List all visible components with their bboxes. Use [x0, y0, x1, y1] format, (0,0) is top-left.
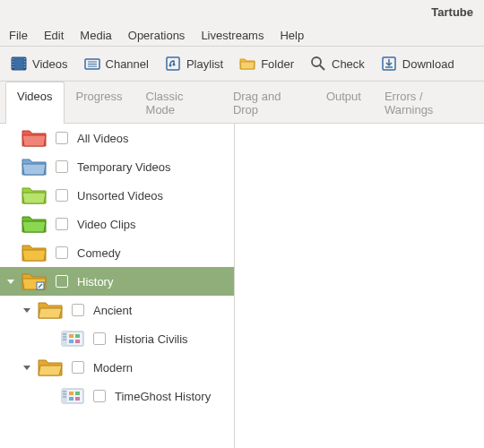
expander-down-icon[interactable]	[5, 276, 16, 287]
checkbox[interactable]	[56, 160, 68, 173]
menu-help[interactable]: Help	[280, 29, 304, 42]
menubar: File Edit Media Operations Livestreams H…	[0, 25, 484, 47]
checkbox[interactable]	[56, 218, 68, 230]
tree-row-comedy[interactable]: Comedy	[0, 238, 234, 267]
menu-edit[interactable]: Edit	[44, 29, 64, 42]
menu-livestreams[interactable]: Livestreams	[201, 29, 264, 42]
svg-rect-30	[69, 340, 73, 343]
checkbox[interactable]	[72, 361, 84, 374]
toolbar-videos-button[interactable]: Videos	[11, 56, 68, 72]
tab-videos[interactable]: Videos	[5, 82, 65, 124]
tab-bar: Videos Progress Classic Mode Drag and Dr…	[0, 82, 484, 124]
tree-label: Comedy	[77, 246, 120, 260]
checkbox[interactable]	[93, 390, 106, 402]
svg-rect-10	[24, 66, 26, 68]
svg-rect-24	[62, 332, 67, 346]
playlist-item-icon	[61, 386, 84, 406]
tab-output[interactable]: Output	[315, 82, 373, 124]
tree-row-history[interactable]: History	[0, 267, 234, 296]
tree-label: All Videos	[77, 132, 129, 145]
toolbar-check-label: Check	[332, 57, 365, 71]
expander-placeholder	[5, 247, 16, 258]
tree-label: Modern	[93, 361, 133, 375]
tree-label: History	[77, 275, 113, 289]
tree-label: TimeGhost History	[115, 390, 211, 403]
checkbox[interactable]	[56, 275, 68, 288]
toolbar-download-label: Download	[402, 57, 454, 71]
menu-operations[interactable]: Operations	[128, 29, 186, 42]
expander-placeholder	[45, 333, 56, 344]
checkbox[interactable]	[93, 332, 106, 345]
tree-row-temporary[interactable]: Temporary Videos	[0, 152, 234, 181]
tree-pane: All Videos Temporary Videos Unsorted Vid…	[0, 124, 235, 448]
tree-row-unsorted[interactable]: Unsorted Videos	[0, 181, 234, 210]
svg-rect-7	[24, 58, 26, 60]
tree-row-modern[interactable]: Modern	[0, 353, 234, 382]
svg-point-18	[312, 57, 321, 66]
svg-rect-4	[13, 61, 14, 63]
expander-down-icon[interactable]	[22, 362, 32, 373]
download-icon	[381, 56, 397, 72]
toolbar: Videos Channel Playlist Folder Check Dow…	[0, 47, 484, 82]
tree-label: Temporary Videos	[77, 160, 171, 174]
folder-yellow-open-icon	[38, 300, 63, 320]
detail-pane	[235, 124, 484, 448]
tree-row-all-videos[interactable]: All Videos	[0, 124, 234, 152]
expander-down-icon[interactable]	[22, 305, 32, 315]
svg-rect-28	[69, 334, 73, 338]
channel-icon	[84, 56, 100, 72]
toolbar-download-button[interactable]: Download	[381, 56, 454, 72]
svg-rect-40	[75, 397, 80, 401]
tab-drag-drop[interactable]: Drag and Drop	[221, 82, 315, 124]
checkbox[interactable]	[56, 246, 68, 259]
tab-errors[interactable]: Errors / Warnings	[373, 82, 479, 124]
tree-label: Video Clips	[77, 218, 136, 231]
svg-rect-31	[75, 340, 80, 343]
menu-file[interactable]: File	[9, 29, 28, 42]
folder-yellow-icon	[22, 243, 47, 263]
folder-yellow-edit-icon	[22, 271, 47, 291]
window-titlebar: Tartube	[0, 0, 484, 25]
tab-classic-mode[interactable]: Classic Mode	[134, 82, 221, 124]
svg-rect-9	[24, 64, 26, 65]
checkbox[interactable]	[72, 304, 84, 316]
toolbar-playlist-label: Playlist	[186, 57, 223, 71]
playlist-item-icon	[61, 329, 84, 349]
folder-blue-icon	[22, 157, 47, 177]
tree-row-clips[interactable]: Video Clips	[0, 210, 234, 238]
toolbar-check-button[interactable]: Check	[310, 56, 365, 72]
playlist-icon	[165, 56, 181, 72]
checkbox[interactable]	[56, 132, 68, 144]
svg-point-17	[172, 64, 175, 66]
svg-point-16	[169, 65, 171, 67]
tree-row-historia[interactable]: Historia Civilis	[0, 324, 234, 353]
magnifier-icon	[310, 56, 326, 72]
expander-placeholder	[5, 161, 16, 172]
tree-row-timeghost[interactable]: TimeGhost History	[0, 382, 234, 410]
toolbar-channel-button[interactable]: Channel	[84, 56, 149, 72]
toolbar-folder-label: Folder	[261, 57, 294, 71]
expander-placeholder	[5, 190, 16, 201]
toolbar-folder-button[interactable]: Folder	[239, 56, 294, 72]
menu-media[interactable]: Media	[80, 29, 111, 42]
folder-green-light-icon	[22, 185, 47, 205]
window-title: Tartube	[431, 5, 473, 19]
toolbar-playlist-button[interactable]: Playlist	[165, 56, 223, 72]
tree-label: Unsorted Videos	[77, 189, 163, 202]
tree-label: Historia Civilis	[115, 332, 188, 346]
expander-placeholder	[45, 391, 56, 401]
expander-placeholder	[5, 219, 16, 229]
toolbar-videos-label: Videos	[32, 57, 68, 71]
film-icon	[11, 56, 27, 72]
tab-progress[interactable]: Progress	[65, 82, 134, 124]
svg-line-19	[320, 65, 324, 70]
svg-rect-38	[75, 392, 80, 395]
svg-rect-8	[24, 61, 26, 63]
checkbox[interactable]	[56, 189, 68, 202]
toolbar-channel-label: Channel	[106, 57, 149, 71]
svg-rect-29	[75, 334, 80, 338]
tree-row-ancient[interactable]: Ancient	[0, 296, 234, 324]
folder-icon	[239, 56, 255, 72]
svg-rect-33	[62, 389, 67, 403]
svg-rect-5	[13, 64, 14, 65]
